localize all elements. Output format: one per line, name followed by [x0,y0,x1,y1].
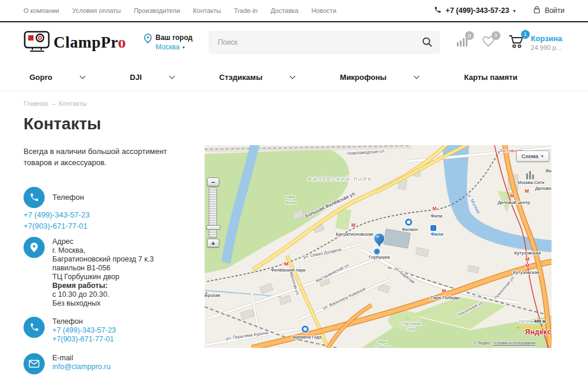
map-label: Филион [402,227,418,232]
map-placemark-pin[interactable] [373,233,385,249]
cart-total: 24 990 р... [531,44,562,51]
login-label: Войти [544,6,564,15]
chevron-down-icon: ▾ [182,45,185,49]
heart-icon [482,39,495,49]
map-label: Филёвский парк [270,267,305,273]
topbar-link-payment[interactable]: Условия оплаты [72,7,121,14]
intro-text: Всегда в наличии большой ассортимент тов… [24,146,195,169]
map-label: Деловой центр [535,186,552,191]
address-label: Адрес [52,237,153,246]
map-label: Поклонная [402,321,422,326]
location-pin-icon [144,33,152,51]
map-label: Парк Победы [430,295,460,300]
topbar-link-about[interactable]: О компании [24,7,59,14]
worktime-label: Время работы: [52,282,153,290]
yandex-map[interactable]: Новозаводская ул. ФИЛЁВСКИЙ ПАРК парк Фи… [205,145,552,348]
house-icon: ⌂ [406,316,409,321]
poi-circle-icon [302,326,309,333]
login-button[interactable]: Войти [533,5,564,16]
topbar-link-delivery[interactable]: Доставка [270,7,298,14]
metro-icon: М [284,261,288,267]
contact-block-email: E-mail info@clamppro.ru [24,353,201,374]
action-camera-icon [24,29,52,56]
phone-icon [24,317,45,338]
compare-button[interactable]: 0 [456,36,468,49]
cart-count-badge: 1 [521,30,530,39]
map-label: Фили [430,232,443,237]
zoom-slider-track[interactable] [209,187,217,238]
logo[interactable]: ClampPro [24,29,126,56]
breadcrumb-separator: – [52,100,55,107]
topbar-link-contacts[interactable]: Контакты [193,7,221,14]
skyscraper-icon [526,170,534,179]
map-label: Пионерская [205,293,220,298]
search-bar [209,31,439,53]
cart-label: Корзина [531,34,562,43]
metro-icon: М [525,256,529,262]
map-label: Кутузовская [514,250,540,256]
main-content: Главная – Контакты Контакты Всегда в нал… [0,100,588,382]
chevron-down-icon [290,73,296,79]
map-layer-button[interactable]: Схема▼ [516,150,549,162]
map-attribution: © ЯндексУсловия использования [474,341,536,345]
phone-link[interactable]: +7(903)-671-77-01 [52,335,116,344]
metro-icon: М [525,263,529,269]
city-selector[interactable]: Ваш город Москва▾ [144,33,193,51]
topbar-phone-number: +7 (499)-343-57-23 [446,6,509,15]
header-icons: 0 0 1 Корзина 24 990 р... [456,34,564,51]
map-label: гора [407,327,415,331]
topbar-link-tradein[interactable]: Trade-in [234,7,258,14]
location-pin-icon [24,237,45,258]
nav-item-dji[interactable]: DJI [130,73,174,82]
contact-block-phone: Телефон [24,187,201,208]
nav-item-memory-cards[interactable]: Карты памяти [464,73,517,82]
search-input[interactable] [209,31,439,53]
email-link[interactable]: info@clamppro.ru [52,363,111,371]
metro-icon: М [442,288,446,294]
poi-dot-icon [374,249,380,255]
logo-text: ClampPro [54,33,126,52]
nav-item-gopro[interactable]: Gopro [29,73,85,82]
phone-block-label: Телефон [52,193,84,202]
search-icon [422,41,433,49]
compare-bars-icon [456,38,468,48]
map-label: Кутузовская [513,270,539,275]
map-label: Деловой центр [497,200,530,205]
phone-link[interactable]: +7 (499)-343-57-23 [24,209,201,220]
topbar-link-manufacturers[interactable]: Производители [133,7,180,14]
cart-button[interactable]: 1 Корзина 24 990 р... [509,34,562,51]
map-label: Времена Года [292,334,321,340]
phone-link[interactable]: +7 (499)-343-57-23 [52,326,116,335]
city-label: Ваш город [156,33,193,42]
zoom-slider-handle[interactable] [206,225,220,230]
topbar-links: О компании Условия оплаты Производители … [24,7,336,14]
address-line: павильон В1-056 [52,264,153,273]
header: ClampPro Ваш город Москва▾ 0 0 [0,22,588,63]
phone-numbers: +7 (499)-343-57-23 +7(903)-671-77-01 [24,209,201,232]
map-terms-link[interactable]: Условия использования [493,341,535,345]
zoom-out-button[interactable]: − [207,177,219,186]
search-button[interactable] [422,36,433,49]
topbar-right: +7 (499)-343-57-23 ▾ Войти [434,5,564,16]
map-label: Выставочная [546,168,552,173]
yandex-logo[interactable]: Яндекс [525,328,552,336]
map-label: Фили [430,213,442,219]
compare-count-badge: 0 [465,31,474,40]
nav-item-microphones[interactable]: Микрофоны [340,73,419,82]
breadcrumb-home[interactable]: Главная [24,100,48,107]
map-scale-value: 400 м [534,319,546,324]
map-label: Горбушка [369,254,390,260]
zoom-in-button[interactable]: + [207,239,219,247]
map-label: Фили [285,200,296,205]
nav-item-steadicams[interactable]: Стэдикамы [219,73,295,82]
address-line: г. Москва, [52,246,153,255]
map-river-label: СЕТУНЬ [519,320,534,324]
topbar-phone[interactable]: +7 (499)-343-57-23 ▾ [434,6,516,15]
map-label: парк [377,339,387,344]
phone-link[interactable]: +7(903)-671-77-01 [24,220,201,232]
topbar-link-news[interactable]: Новости [311,7,336,14]
chevron-down-icon [169,73,175,79]
wishlist-button[interactable]: 0 [482,36,495,49]
lock-icon [533,5,541,16]
contact-block-address: Адрес г. Москва, Багратионовский проезд … [24,237,201,308]
